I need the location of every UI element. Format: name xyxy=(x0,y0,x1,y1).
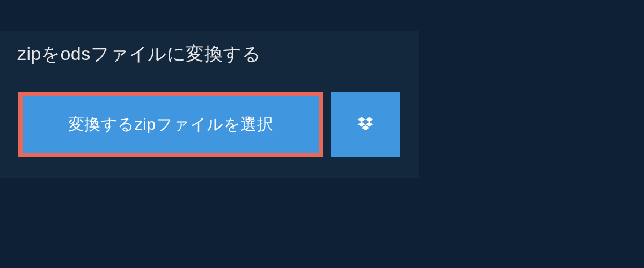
converter-panel: zipをodsファイルに変換する 変換するzipファイルを選択 xyxy=(0,31,419,178)
title-bar: zipをodsファイルに変換する xyxy=(0,31,311,77)
dropbox-button[interactable] xyxy=(331,92,400,157)
button-row: 変換するzipファイルを選択 xyxy=(0,77,419,157)
select-file-button[interactable]: 変換するzipファイルを選択 xyxy=(18,92,323,157)
page-title: zipをodsファイルに変換する xyxy=(17,42,294,66)
dropbox-icon xyxy=(356,115,375,135)
